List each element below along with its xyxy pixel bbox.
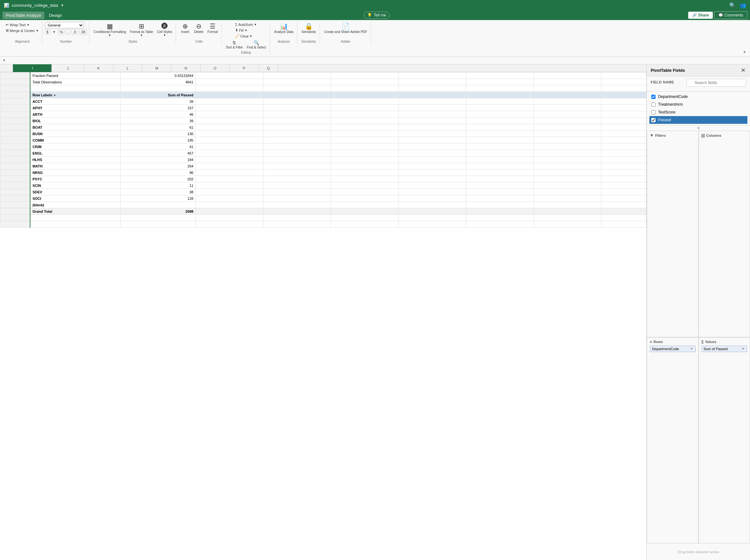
col-header-i[interactable]: I (13, 64, 52, 72)
cell-aphy-value[interactable]: 157 (120, 105, 195, 111)
col-header-l[interactable]: L (113, 64, 142, 72)
cell-soci-label[interactable]: SOCI (30, 195, 120, 202)
cell-busn-label[interactable]: BUSN (30, 131, 120, 137)
cell-total-label[interactable]: Total Observations (30, 79, 120, 85)
cell-psyc-value[interactable]: 202 (120, 176, 195, 182)
wrap-text-dropdown[interactable]: ▼ (26, 23, 29, 26)
cell-aphy-label[interactable]: APHY (30, 105, 120, 111)
row-labels-dropdown[interactable]: ▼ (53, 94, 56, 97)
sensitivity-button[interactable]: 🔒 Sensitivity (300, 22, 318, 35)
cell-soci-value[interactable]: 128 (120, 195, 195, 202)
cell-total-value[interactable]: 4841 (120, 79, 195, 85)
col-header-n[interactable]: N (172, 64, 201, 72)
share-button[interactable]: 🔗 Share (688, 12, 713, 19)
cell-l-1[interactable] (263, 72, 331, 79)
cell-j-3[interactable] (120, 85, 195, 92)
cell-fraction-value[interactable]: 0.43131844 (120, 72, 195, 79)
fill-dropdown[interactable]: ▼ (244, 29, 248, 32)
cell-engl-value[interactable]: 457 (120, 150, 195, 157)
cell-i-3[interactable] (30, 85, 120, 92)
formula-expand-button[interactable]: ▼ (3, 59, 6, 62)
cell-psyc-label[interactable]: PSYC (30, 176, 120, 182)
cell-comm-label[interactable]: COMM (30, 137, 120, 144)
cell-engl-label[interactable]: ENGL (30, 150, 120, 157)
delete-button[interactable]: ⊖ Delete (192, 22, 205, 35)
rows-chip-menu-icon[interactable]: ▼ (690, 347, 693, 351)
percent-btn[interactable]: % (58, 29, 65, 35)
col-header-p[interactable]: P (230, 64, 259, 72)
people-icon[interactable]: 👥 (739, 2, 746, 8)
format-button[interactable]: ☰ Format (206, 22, 219, 35)
currency-dropdown[interactable]: ▼ (52, 29, 57, 35)
cell-nrsg-label[interactable]: NRSG (30, 169, 120, 176)
tab-pivottable-analyze[interactable]: PivotTable Analyze (3, 12, 44, 19)
ribbon-expand-button[interactable]: ▲ (743, 50, 746, 53)
field-checkbox-testscore[interactable] (651, 110, 655, 115)
cell-n-1[interactable] (398, 72, 466, 79)
dropdown-arrow-title[interactable]: ▼ (61, 3, 64, 7)
field-item-testscore[interactable]: TestScore (649, 108, 747, 116)
search-icon[interactable]: 🔍 (729, 2, 736, 8)
pivot-close-button[interactable]: ✕ (739, 67, 746, 74)
search-fields-input[interactable] (687, 79, 746, 87)
grand-total-label[interactable]: Grand Total (30, 208, 120, 215)
cell-blank-value[interactable] (120, 202, 195, 208)
dec-decrease-btn[interactable]: .00 (79, 29, 87, 35)
field-checkbox-departmentcode[interactable] (651, 95, 655, 99)
number-format-select[interactable]: General (45, 22, 84, 28)
cell-l-2[interactable] (263, 79, 331, 85)
clear-dropdown-arrow[interactable]: ▼ (250, 35, 252, 38)
cell-o-1[interactable] (466, 72, 534, 79)
cell-k-2[interactable] (195, 79, 263, 85)
create-share-pdf-button[interactable]: 📄 Create and Share Adobe PDF (322, 22, 369, 35)
cell-p-2[interactable] (534, 79, 601, 85)
format-table-dropdown[interactable]: ▼ (140, 34, 143, 37)
grand-total-value[interactable]: 2088 (120, 208, 195, 215)
values-chip-menu-icon[interactable]: ▼ (742, 347, 745, 351)
fill-button[interactable]: ⬇ Fill ▼ (234, 27, 258, 33)
pivot-area-filters[interactable]: ▼ Filters (647, 131, 698, 337)
cell-math-value[interactable]: 264 (120, 163, 195, 169)
wrap-text-button[interactable]: ⇤ Wrap Text ▼ (4, 22, 40, 27)
clear-button[interactable]: 🧹 Clear ▼ (234, 33, 258, 39)
col-header-j[interactable]: J (52, 64, 84, 72)
autosum-dropdown[interactable]: ▼ (254, 23, 257, 26)
col-header-o[interactable]: O (201, 64, 230, 72)
cell-arth-label[interactable]: ARTH (30, 111, 120, 118)
cell-scin-value[interactable]: 11 (120, 182, 195, 189)
comma-btn[interactable]: , (66, 29, 70, 35)
col-header-k[interactable]: K (84, 64, 113, 72)
col-header-q[interactable]: Q (259, 64, 278, 72)
find-select-button[interactable]: 🔍 Find & Select (245, 39, 268, 50)
cell-biol-value[interactable]: 39 (120, 118, 195, 124)
cell-styles-dropdown[interactable]: ▼ (163, 34, 166, 37)
cell-biol-label[interactable]: BIOL (30, 118, 120, 124)
cell-n-2[interactable] (398, 79, 466, 85)
pivot-area-columns[interactable]: ||| Columns (698, 131, 750, 337)
cell-blank-label[interactable]: (blank) (30, 202, 120, 208)
comments-button[interactable]: 💬 Comments (714, 11, 747, 19)
tab-design[interactable]: Design (46, 12, 65, 19)
currency-btn[interactable]: $ (45, 29, 50, 35)
merge-center-button[interactable]: ⊞ Merge & Center ▼ (4, 28, 40, 33)
pivot-area-values[interactable]: Σ Values Sum of Passed ▼ (698, 337, 750, 544)
cell-fraction-label[interactable]: Fraction Passed (30, 72, 120, 79)
sum-of-passed-header[interactable]: Sum of Passed (120, 92, 195, 98)
cell-crim-value[interactable]: 41 (120, 144, 195, 150)
row-labels-header[interactable]: Row Labels ▼ (30, 92, 120, 98)
cell-k-1[interactable] (195, 72, 263, 79)
rows-chip-departmentcode[interactable]: DepartmentCode ▼ (650, 346, 696, 352)
cell-m-2[interactable] (331, 79, 398, 85)
cell-q-1[interactable] (601, 72, 646, 79)
cell-styles-button[interactable]: 🅐 Cell Styles ▼ (155, 22, 174, 38)
field-item-passed[interactable]: Passed (649, 116, 747, 124)
field-checkbox-passed[interactable] (651, 118, 655, 122)
col-header-m[interactable]: M (142, 64, 172, 72)
cell-boat-value[interactable]: 61 (120, 124, 195, 131)
pivot-area-rows[interactable]: ≡ Rows DepartmentCode ▼ (647, 337, 698, 544)
dec-increase-btn[interactable]: .0 (71, 29, 77, 35)
cell-busn-value[interactable]: 130 (120, 131, 195, 137)
cell-arth-value[interactable]: 46 (120, 111, 195, 118)
merge-dropdown[interactable]: ▼ (36, 29, 39, 32)
cell-scin-label[interactable]: SCIN (30, 182, 120, 189)
